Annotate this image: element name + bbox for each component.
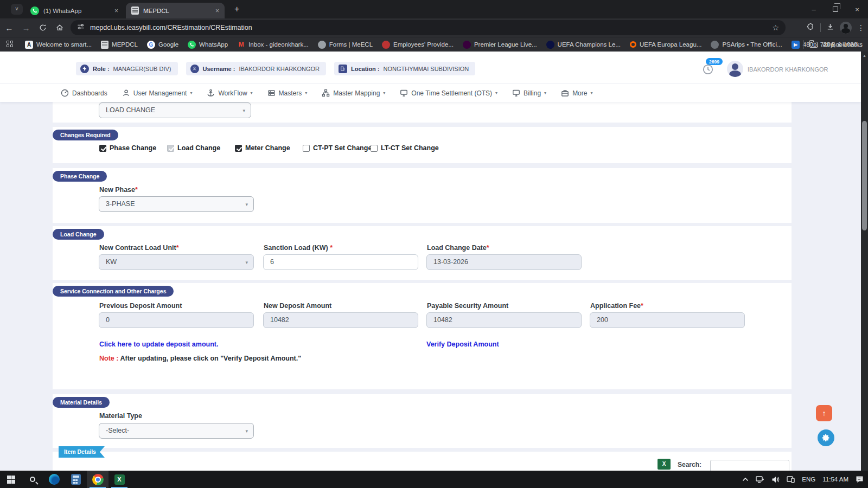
changes-required-panel: Changes Required Phase Change Load Chang…	[53, 127, 792, 163]
reload-button[interactable]	[35, 20, 50, 35]
taskbar-chrome-button[interactable]	[87, 471, 108, 488]
network-icon[interactable]	[756, 476, 764, 483]
page-scrollbar[interactable]: ▲	[861, 52, 868, 471]
sanction-load-input[interactable]: 6	[263, 254, 418, 270]
minimize-button[interactable]: –	[803, 0, 825, 18]
taskbar-excel-button[interactable]: X	[108, 471, 130, 488]
dashboard-icon	[61, 89, 69, 97]
nav-label: Dashboards	[72, 89, 107, 97]
payable-security-input[interactable]: 10482	[426, 312, 582, 328]
bookmark-item[interactable]: WhatsApp	[188, 41, 228, 49]
nav-label: Masters	[279, 89, 302, 97]
bookmark-item[interactable]: G Google	[147, 41, 178, 49]
material-type-select[interactable]: -Select- ▾	[99, 423, 254, 439]
settings-gear-button[interactable]	[818, 429, 834, 446]
home-button[interactable]	[52, 20, 67, 35]
location-badge: Location : NONGTHYMMAI SUBDIVISION	[334, 62, 475, 75]
nav-master-mapping[interactable]: Master Mapping ▾	[322, 89, 385, 97]
whatsapp-icon	[188, 41, 196, 49]
checkbox-unchecked-icon[interactable]	[303, 145, 310, 152]
extensions-icon[interactable]	[807, 23, 815, 33]
bookmark-item[interactable]: UEFA Europa Leagu...	[630, 41, 701, 48]
request-type-select[interactable]: LOAD CHANGE ▾	[99, 102, 251, 118]
new-deposit-input[interactable]: 10482	[263, 312, 418, 328]
checkbox-ltct-set-change[interactable]: LT-CT Set Change	[371, 144, 438, 152]
clock-icon[interactable]	[703, 64, 713, 77]
bookmark-item[interactable]: UEFA Champions Le...	[546, 41, 621, 49]
bookmark-item[interactable]: MEPDCL	[101, 41, 138, 49]
checkbox-ctpt-set-change[interactable]: CT-PT Set Change	[303, 144, 371, 152]
language-indicator[interactable]: ENG	[802, 476, 815, 483]
bookmark-item[interactable]: PSArips • The Offici...	[711, 41, 782, 49]
checkbox-phase-change[interactable]: Phase Change	[99, 144, 167, 152]
taskbar-edge-button[interactable]	[43, 471, 65, 488]
tab-close-icon[interactable]: ×	[215, 7, 219, 15]
downloads-icon[interactable]	[826, 23, 834, 33]
load-change-date-input[interactable]: 13-03-2026	[426, 254, 582, 270]
new-phase-select[interactable]: 3-PHASE ▾	[99, 196, 254, 212]
bookmark-item[interactable]: Premier League Live...	[463, 41, 537, 49]
browser-profile-avatar[interactable]	[840, 22, 852, 34]
window-controls: – ×	[803, 0, 868, 18]
site-info-icon[interactable]	[77, 23, 85, 33]
nav-dashboards[interactable]: Dashboards	[61, 89, 107, 97]
tab-whatsapp[interactable]: (1) WhatsApp ×	[25, 3, 124, 18]
tab-search-button[interactable]: ˅	[11, 4, 23, 15]
verify-deposit-link[interactable]: Verify Deposit Amount	[426, 341, 499, 348]
taskbar-clock[interactable]: 11:54 AM	[822, 476, 848, 483]
restore-button[interactable]	[825, 0, 846, 18]
nav-billing[interactable]: Billing ▾	[512, 89, 546, 97]
close-button[interactable]: ×	[846, 0, 868, 18]
nav-more[interactable]: More ▾	[561, 89, 592, 97]
checkbox-unchecked-icon[interactable]	[371, 145, 378, 152]
bookmark-item[interactable]: M Inbox - gideonkhark...	[237, 41, 309, 49]
bookmarks-overflow-icon[interactable]: »	[794, 41, 797, 48]
nav-workflow[interactable]: WorkFlow ▾	[207, 89, 252, 97]
nav-masters[interactable]: Masters ▾	[267, 89, 308, 97]
required-asterisk: *	[487, 244, 489, 252]
previous-deposit-input[interactable]: 0	[99, 312, 254, 328]
action-center-icon[interactable]	[856, 476, 864, 483]
profile-name[interactable]: IBAKORDOR KHARKONGOR	[748, 66, 828, 73]
forward-button[interactable]: →	[18, 20, 34, 35]
all-bookmarks-label[interactable]: All Bookmarks	[823, 41, 863, 48]
menu-kebab-icon[interactable]: ⋮	[857, 23, 865, 32]
excel-export-icon[interactable]: X	[658, 459, 671, 470]
checkbox-load-change[interactable]: Load Change	[167, 144, 235, 152]
your-phone-icon[interactable]	[787, 476, 795, 483]
application-fee-label: Application Fee*	[590, 302, 643, 310]
application-fee-input[interactable]: 200	[590, 312, 745, 328]
start-button[interactable]	[0, 471, 22, 488]
profile-avatar[interactable]	[727, 61, 743, 77]
tab-mepdcl[interactable]: MEPDCL ×	[126, 3, 225, 18]
tab-close-icon[interactable]: ×	[114, 7, 118, 15]
checkbox-meter-change[interactable]: Meter Change	[235, 144, 303, 152]
scrollbar-thumb[interactable]	[862, 121, 867, 230]
new-tab-button[interactable]: +	[234, 4, 239, 14]
sanction-load-label: Sanction Load (KW) *	[264, 244, 333, 252]
apps-grid-icon[interactable]	[7, 41, 13, 48]
bookmark-star-icon[interactable]: ☆	[772, 23, 779, 32]
bookmark-item[interactable]: Employees' Provide...	[382, 41, 454, 49]
champions-league-icon	[546, 41, 554, 49]
scroll-to-top-button[interactable]: ↑	[816, 405, 832, 421]
back-button[interactable]: ←	[2, 20, 17, 35]
nav-ots[interactable]: One Time Settlement (OTS) ▾	[400, 89, 497, 97]
url-text[interactable]: mepdcl.ubs.ieasybill.com/CREstimation/CR…	[90, 24, 772, 31]
checkbox-checked-icon[interactable]	[99, 145, 106, 152]
bookmark-item[interactable]: A Welcome to smart...	[25, 41, 92, 49]
taskbar-calculator-button[interactable]	[65, 471, 87, 488]
checkbox-checked-icon[interactable]	[235, 145, 242, 152]
nav-user-management[interactable]: User Management ▾	[122, 89, 193, 97]
scrollbar-up-arrow[interactable]: ▲	[861, 54, 868, 57]
tray-expand-chevron-icon[interactable]	[742, 477, 749, 481]
update-deposit-link[interactable]: Click here to update deposit amount.	[99, 341, 218, 348]
briefcase-icon	[561, 89, 569, 97]
url-bar[interactable]: mepdcl.ubs.ieasybill.com/CREstimation/CR…	[71, 20, 786, 35]
contract-load-unit-select[interactable]: KW ▾	[99, 254, 254, 270]
volume-icon[interactable]	[771, 476, 780, 483]
bookmark-label: Inbox - gideonkhark...	[248, 41, 309, 48]
taskbar-search-button[interactable]	[22, 471, 43, 488]
load-change-panel: Load Change New Contract Load Unit* Sanc…	[53, 226, 792, 280]
bookmark-item[interactable]: Forms | MeECL	[318, 41, 373, 49]
